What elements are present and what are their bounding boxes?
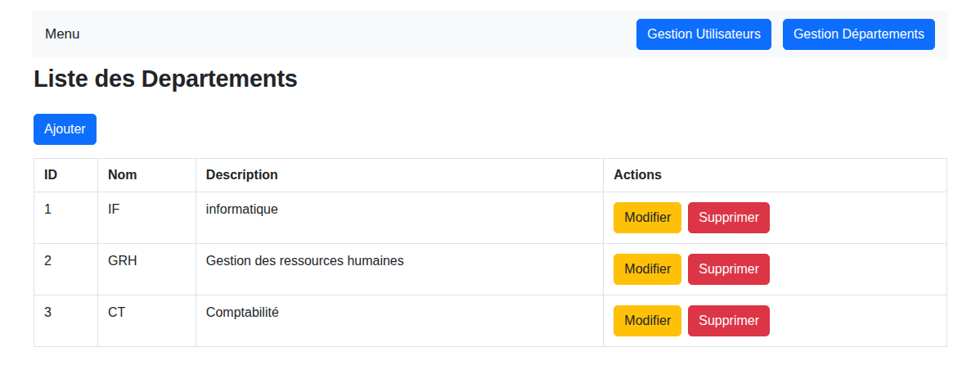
cell-nom: GRH xyxy=(97,244,196,296)
column-header-actions: Actions xyxy=(604,159,947,192)
modifier-button[interactable]: Modifier xyxy=(614,305,681,336)
cell-actions: ModifierSupprimer xyxy=(604,244,947,296)
modifier-button[interactable]: Modifier xyxy=(614,254,681,285)
column-header-id: ID xyxy=(34,159,98,192)
supprimer-button[interactable]: Supprimer xyxy=(688,305,770,336)
cell-id: 3 xyxy=(34,296,98,347)
column-header-nom: Nom xyxy=(97,159,196,192)
table-row: 1 IF informatique ModifierSupprimer xyxy=(34,192,947,244)
main-container: Menu Gestion Utilisateurs Gestion Départ… xyxy=(32,0,948,347)
navbar-brand[interactable]: Menu xyxy=(45,26,80,43)
supprimer-button[interactable]: Supprimer xyxy=(688,254,770,285)
table-row: 2 GRH Gestion des ressources humaines Mo… xyxy=(34,244,947,296)
ajouter-button[interactable]: Ajouter xyxy=(34,114,97,145)
departements-table: ID Nom Description Actions 1 IF informat… xyxy=(34,158,947,347)
cell-description: Comptabilité xyxy=(196,296,603,347)
cell-nom: IF xyxy=(97,192,196,244)
cell-id: 1 xyxy=(34,192,98,244)
navbar-buttons: Gestion Utilisateurs Gestion Département… xyxy=(636,19,935,50)
navbar: Menu Gestion Utilisateurs Gestion Départ… xyxy=(32,11,948,58)
table-header-row: ID Nom Description Actions xyxy=(34,159,947,192)
cell-description: Gestion des ressources humaines xyxy=(196,244,603,296)
modifier-button[interactable]: Modifier xyxy=(614,202,681,233)
gestion-utilisateurs-button[interactable]: Gestion Utilisateurs xyxy=(636,19,771,50)
cell-nom: CT xyxy=(97,296,196,347)
cell-actions: ModifierSupprimer xyxy=(604,296,947,347)
supprimer-button[interactable]: Supprimer xyxy=(688,202,770,233)
cell-description: informatique xyxy=(196,192,603,244)
cell-actions: ModifierSupprimer xyxy=(604,192,947,244)
page-title: Liste des Departements xyxy=(34,65,946,92)
gestion-departements-button[interactable]: Gestion Départements xyxy=(783,19,935,50)
cell-id: 2 xyxy=(34,244,98,296)
table-row: 3 CT Comptabilité ModifierSupprimer xyxy=(34,296,947,347)
column-header-description: Description xyxy=(196,159,603,192)
